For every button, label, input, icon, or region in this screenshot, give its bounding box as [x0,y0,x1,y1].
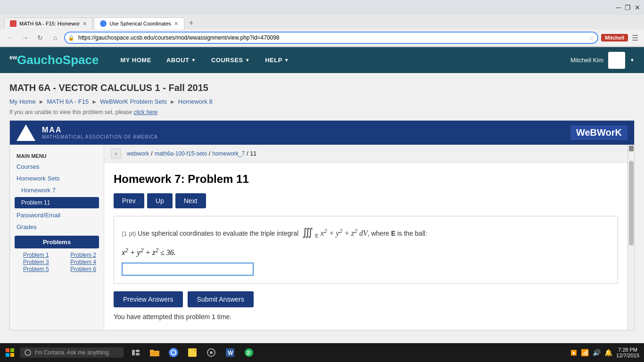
forward-button[interactable]: → [19,32,31,44]
tab-favicon-2 [100,20,107,27]
tab-title-2: Use Spherical Coordinates [109,21,171,26]
gsp-user-arrow-icon[interactable]: ▼ [630,58,635,63]
browser-right-buttons: Mitchell ☰ [601,33,640,42]
click-here-link[interactable]: click here [134,109,158,115]
tab-close-1[interactable]: ✕ [83,21,87,27]
browser-tab-2[interactable]: Use Spherical Coordinates ✕ [94,17,184,29]
page-content: MATH 6A - VECTOR CALCULUS 1 - Fall 2015 … [0,73,644,330]
gsp-avatar[interactable] [608,52,625,69]
ww-problem-area: Homework 7: Problem 11 Prev Up Next (1 p… [104,163,627,330]
gsp-nav-links: MY HOME ABOUT ▼ COURSES ▼ HELP ▼ [113,47,570,73]
sidebar-problem-5[interactable]: Problem 5 [10,263,56,275]
new-tab-button[interactable]: + [185,17,197,29]
ww-bc-webwork[interactable]: webwork [127,150,149,157]
ww-bold-E: E [391,230,396,237]
webwork-body: MAIN MENU Courses Homework Sets Homework… [10,145,627,330]
ww-points-label: (1 pt) [122,230,136,237]
maa-triangle-icon [17,124,35,141]
breadcrumb-hw8[interactable]: Homework 8 [178,98,213,105]
problems-button[interactable]: Problems [15,236,99,248]
ww-nav-buttons: Prev Up Next [114,193,618,208]
restore-button[interactable]: ❐ [625,4,631,11]
ww-problem-title: Homework 7: Problem 11 [114,173,618,186]
breadcrumb-sep-2: ► [91,99,97,105]
breadcrumb-myhome[interactable]: My Home [9,98,36,105]
webwork-logo: WeBWorK [570,125,627,140]
browser-tab-1[interactable]: MATH 6A - F15: Homewor ✕ [4,17,93,29]
ww-action-buttons: Preview Answers Submit Answers [114,291,618,307]
ww-integral-subscript: E [315,232,319,239]
back-button[interactable]: ← [4,32,16,44]
ww-bc-hw[interactable]: homework_7 [212,150,245,157]
close-button[interactable]: ✕ [635,4,640,11]
bookmark-star-icon[interactable]: ☆ [588,34,594,41]
ww-main: ‹ webwork / math6a-100-f15-seto / homewo… [104,145,627,330]
browser-tabs: MATH 6A - F15: Homewor ✕ Use Spherical C… [0,15,644,29]
ww-answer-input[interactable] [122,263,254,276]
ww-bc-course[interactable]: math6a-100-f15-seto [155,150,207,157]
ww-back-button[interactable]: ‹ [111,148,121,159]
home-button[interactable]: ⌂ [49,32,61,44]
sidebar-problem-6[interactable]: Problem 6 [57,263,103,275]
ww-bc-num: 11 [250,150,256,157]
submit-answers-button[interactable]: Submit Answers [188,291,254,307]
ww-with-scroll: MAIN MENU Courses Homework Sets Homework… [10,145,634,330]
browser-titlebar: ─ ❐ ✕ [0,0,644,15]
breadcrumb-math6a[interactable]: MATH 6A - F15 [47,98,89,105]
tab-favicon-1 [10,20,17,27]
sidebar-item-homeworksets[interactable]: Homework Sets [10,173,104,184]
sidebar-item-problem11[interactable]: Problem 11 [15,197,99,208]
breadcrumb-problemsets[interactable]: WeBWorK Problem Sets [100,98,167,105]
logo-new: ew [9,54,17,61]
ww-integral-symbol: ∭ [302,226,313,238]
next-button[interactable]: Next [175,193,206,208]
prev-button[interactable]: Prev [114,193,144,208]
breadcrumb-sep-3: ► [170,99,175,105]
ww-ball-text: is the ball: [397,230,427,237]
ww-scrollbar[interactable] [627,145,634,330]
breadcrumb: My Home ► MATH 6A - F15 ► WeBWorK Proble… [9,98,635,105]
gsp-username: Mitchell Kim [570,57,603,64]
webwork-header: MAA MATHEMATICAL ASSOCIATION OF AMERICA … [10,121,634,145]
nav-item-myhome[interactable]: MY HOME [113,47,158,73]
profile-button[interactable]: Mitchell [601,34,628,41]
reload-button[interactable]: ↻ [34,32,46,44]
ww-problem-text: (1 pt) Use spherical coordinates to eval… [122,224,610,241]
browser-controls: ← → ↻ ⌂ 🔒 ☆ Mitchell ☰ [0,29,644,47]
notice-text: If you are unable to view this problem s… [9,109,635,115]
maa-text-block: MAA MATHEMATICAL ASSOCIATION OF AMERICA [42,126,158,140]
scroll-up-arrow[interactable] [629,146,634,151]
sidebar-item-grades[interactable]: Grades [10,221,104,233]
maa-full-text: MATHEMATICAL ASSOCIATION OF AMERICA [42,134,158,140]
up-button[interactable]: Up [147,193,173,208]
webwork-area: MAA MATHEMATICAL ASSOCIATION OF AMERICA … [9,120,635,330]
maa-letters: MAA [42,126,158,134]
ww-bc-sep-2: / [209,150,210,157]
ww-integrand: x2 + y2 + z2 dV [321,229,368,237]
sidebar-item-password[interactable]: Password/Email [10,209,104,221]
ww-bc-sep-3: / [247,150,248,157]
courses-arrow-icon: ▼ [245,58,250,63]
ww-sidebar-menu-title: MAIN MENU [10,149,104,161]
minimize-button[interactable]: ─ [616,4,621,11]
scroll-thumb[interactable] [629,161,634,246]
preview-answers-button[interactable]: Preview Answers [114,291,183,307]
sidebar-item-courses[interactable]: Courses [10,161,104,173]
address-bar[interactable] [64,32,598,44]
page-title: MATH 6A - VECTOR CALCULUS 1 - Fall 2015 [9,82,635,93]
nav-item-courses[interactable]: COURSES ▼ [204,47,257,73]
gsp-logo[interactable]: ewGauchoSpace [9,53,99,67]
sidebar-item-hw7[interactable]: Homework 7 [10,184,104,196]
address-bar-wrap: 🔒 ☆ [64,32,598,44]
about-arrow-icon: ▼ [191,58,196,63]
browser-menu-button[interactable]: ☰ [630,33,640,42]
ww-attempts-text: You have attempted this problem 1 time. [114,313,618,321]
window-controls[interactable]: ─ ❐ ✕ [616,4,640,11]
maa-logo-block: MAA MATHEMATICAL ASSOCIATION OF AMERICA [17,124,158,141]
nav-item-help[interactable]: HELP ▼ [257,47,297,73]
tab-close-2[interactable]: ✕ [174,21,178,27]
browser-chrome: ─ ❐ ✕ MATH 6A - F15: Homewor ✕ Use Spher… [0,0,644,47]
ww-bc-sep-1: / [151,150,152,157]
nav-item-about[interactable]: ABOUT ▼ [159,47,204,73]
gsp-user-area: Mitchell Kim ▼ [570,52,635,69]
